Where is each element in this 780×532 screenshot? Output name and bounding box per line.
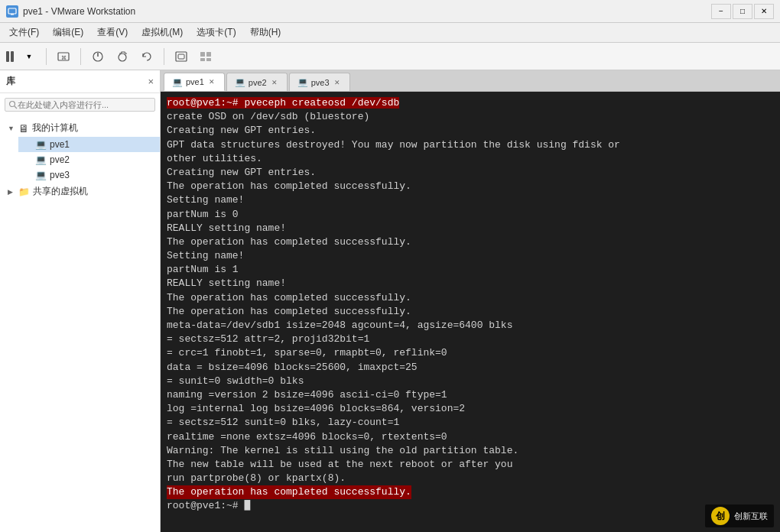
toolbar-separator2 bbox=[80, 48, 81, 65]
tree-arrow-mycomputer: ▼ bbox=[8, 125, 15, 132]
computer-icon: 🖥 bbox=[18, 122, 29, 135]
terminal-line: GPT data structures destroyed! You may n… bbox=[167, 138, 774, 152]
svg-rect-7 bbox=[176, 52, 187, 61]
menu-tabs[interactable]: 选项卡(T) bbox=[190, 24, 242, 41]
tree-label-pve2: pve2 bbox=[50, 154, 70, 165]
watermark: 创 创新互联 bbox=[705, 504, 774, 527]
terminal-line: create OSD on /dev/sdb (bluestore) bbox=[167, 110, 774, 124]
sidebar-close-button[interactable]: × bbox=[148, 76, 154, 87]
terminal-line: meta-data=/dev/sdb1 isize=2048 agcount=4… bbox=[167, 319, 774, 332]
shared-icon: 📁 bbox=[18, 187, 30, 197]
pause-button[interactable] bbox=[6, 51, 14, 62]
tree-item-shared[interactable]: ▶ 📁 共享的虚拟机 bbox=[0, 183, 160, 200]
terminal-line: = crc=1 finobt=1, sparse=0, rmapbt=0, re… bbox=[167, 346, 774, 360]
sidebar: 库 × ▼ 🖥 我的计算机 💻 pve1 bbox=[0, 70, 161, 532]
tree-item-pve2[interactable]: 💻 pve2 bbox=[18, 152, 160, 167]
tab-icon-pve2: 💻 bbox=[235, 77, 245, 87]
unity-button[interactable] bbox=[195, 47, 216, 66]
toolbar-separator bbox=[46, 48, 47, 65]
tab-label-pve2: pve2 bbox=[249, 78, 267, 87]
svg-rect-1 bbox=[11, 14, 14, 15]
terminal[interactable]: root@pve1:~# pveceph createosd /dev/sdbc… bbox=[161, 92, 780, 532]
terminal-line: partNum is 1 bbox=[167, 263, 774, 277]
terminal-line: Setting name! bbox=[167, 193, 774, 207]
terminal-line: realtime =none extsz=4096 blocks=0, rtex… bbox=[167, 430, 774, 444]
tab-close-pve3[interactable]: ✕ bbox=[333, 78, 342, 87]
terminal-line: = sectsz=512 attr=2, projid32bit=1 bbox=[167, 332, 774, 346]
power-button[interactable] bbox=[87, 47, 109, 66]
menu-bar: 文件(F) 编辑(E) 查看(V) 虚拟机(M) 选项卡(T) 帮助(H) bbox=[0, 23, 780, 43]
ctrl-alt-del-button[interactable]: ⌘ bbox=[53, 47, 74, 66]
terminal-line: = sectsz=512 sunit=0 blks, lazy-count=1 bbox=[167, 416, 774, 430]
terminal-line: root@pve1:~# █ bbox=[167, 499, 774, 513]
main-layout: 库 × ▼ 🖥 我的计算机 💻 pve1 bbox=[0, 70, 780, 532]
tab-pve3[interactable]: 💻 pve3 ✕ bbox=[289, 73, 350, 91]
window-title: pve1 - VMware Workstation bbox=[23, 6, 135, 17]
menu-help[interactable]: 帮助(H) bbox=[244, 24, 288, 41]
sidebar-title: 库 bbox=[6, 75, 15, 88]
terminal-line: The operation has completed successfully… bbox=[167, 305, 774, 319]
terminal-line: The operation has completed successfully… bbox=[167, 180, 774, 193]
tab-pve1[interactable]: 💻 pve1 ✕ bbox=[164, 73, 225, 91]
terminal-line: log =internal log bsize=4096 blocks=864,… bbox=[167, 402, 774, 416]
svg-text:⌘: ⌘ bbox=[61, 55, 67, 60]
terminal-line: Creating new GPT entries. bbox=[167, 166, 774, 180]
window-controls: − □ ✕ bbox=[711, 4, 774, 19]
terminal-line: run partprobe(8) or kpartx(8). bbox=[167, 472, 774, 485]
tab-label-pve3: pve3 bbox=[311, 78, 330, 87]
svg-rect-8 bbox=[178, 54, 184, 59]
snapshot-button[interactable] bbox=[112, 47, 133, 66]
tree-item-pve1[interactable]: 💻 pve1 bbox=[18, 137, 160, 152]
fullscreen-button[interactable] bbox=[171, 47, 192, 66]
svg-rect-10 bbox=[206, 52, 211, 57]
minimize-button[interactable]: − bbox=[711, 4, 731, 19]
tree-sub-vms: 💻 pve1 💻 pve2 💻 pve3 bbox=[0, 137, 160, 183]
svg-point-6 bbox=[119, 54, 126, 61]
tree-label-pve3: pve3 bbox=[50, 170, 70, 180]
close-button[interactable]: ✕ bbox=[754, 4, 774, 19]
toolbar-separator3 bbox=[164, 48, 164, 65]
terminal-line: data = bsize=4096 blocks=25600, imaxpct=… bbox=[167, 361, 774, 375]
svg-rect-9 bbox=[200, 52, 205, 57]
tab-close-pve2[interactable]: ✕ bbox=[270, 78, 279, 87]
svg-rect-12 bbox=[206, 58, 211, 61]
vm-icon-pve3: 💻 bbox=[35, 170, 47, 180]
content-area: 💻 pve1 ✕ 💻 pve2 ✕ 💻 pve3 ✕ root@pve1:~# … bbox=[161, 70, 780, 532]
title-bar-left: pve1 - VMware Workstation bbox=[6, 5, 135, 18]
tab-close-pve1[interactable]: ✕ bbox=[207, 77, 216, 86]
tab-bar: 💻 pve1 ✕ 💻 pve2 ✕ 💻 pve3 ✕ bbox=[161, 70, 780, 92]
vm-icon-pve1: 💻 bbox=[35, 139, 47, 150]
revert-button[interactable] bbox=[136, 47, 158, 66]
terminal-line: Creating new GPT entries. bbox=[167, 124, 774, 138]
sidebar-search[interactable] bbox=[5, 98, 155, 112]
watermark-text: 创新互联 bbox=[734, 511, 768, 522]
watermark-icon: 创 bbox=[711, 507, 730, 525]
svg-line-14 bbox=[15, 106, 17, 109]
terminal-line: other utilities. bbox=[167, 152, 774, 166]
tree-label-shared: 共享的虚拟机 bbox=[33, 185, 88, 198]
menu-vm[interactable]: 虚拟机(M) bbox=[135, 24, 189, 41]
tree-item-pve3[interactable]: 💻 pve3 bbox=[18, 167, 160, 183]
terminal-line: = sunit=0 swidth=0 blks bbox=[167, 375, 774, 388]
terminal-line: naming =version 2 bsize=4096 ascii-ci=0 … bbox=[167, 388, 774, 402]
sidebar-search-input[interactable] bbox=[18, 100, 151, 109]
terminal-result-line: The operation has completed successfully… bbox=[167, 485, 774, 499]
tab-pve2[interactable]: 💻 pve2 ✕ bbox=[226, 73, 288, 91]
tree-item-mycomputer[interactable]: ▼ 🖥 我的计算机 bbox=[0, 119, 160, 137]
menu-edit[interactable]: 编辑(E) bbox=[47, 24, 89, 41]
menu-file[interactable]: 文件(F) bbox=[3, 24, 45, 41]
maximize-button[interactable]: □ bbox=[733, 4, 752, 19]
sidebar-header: 库 × bbox=[0, 70, 160, 93]
tree-arrow-shared: ▶ bbox=[8, 188, 15, 196]
terminal-line: The operation has completed successfully… bbox=[167, 235, 774, 249]
terminal-cmd-line: root@pve1:~# pveceph createosd /dev/sdb bbox=[167, 96, 774, 110]
menu-view[interactable]: 查看(V) bbox=[91, 24, 134, 41]
dropdown-button[interactable]: ▼ bbox=[18, 47, 40, 66]
vm-icon-pve2: 💻 bbox=[35, 154, 47, 165]
sidebar-tree: ▼ 🖥 我的计算机 💻 pve1 💻 pve2 💻 bbox=[0, 116, 160, 532]
tab-icon-pve1: 💻 bbox=[172, 77, 183, 87]
svg-rect-11 bbox=[200, 58, 205, 61]
terminal-line: REALLY setting name! bbox=[167, 277, 774, 290]
app-icon bbox=[6, 5, 18, 18]
terminal-line: The operation has completed successfully… bbox=[167, 291, 774, 305]
